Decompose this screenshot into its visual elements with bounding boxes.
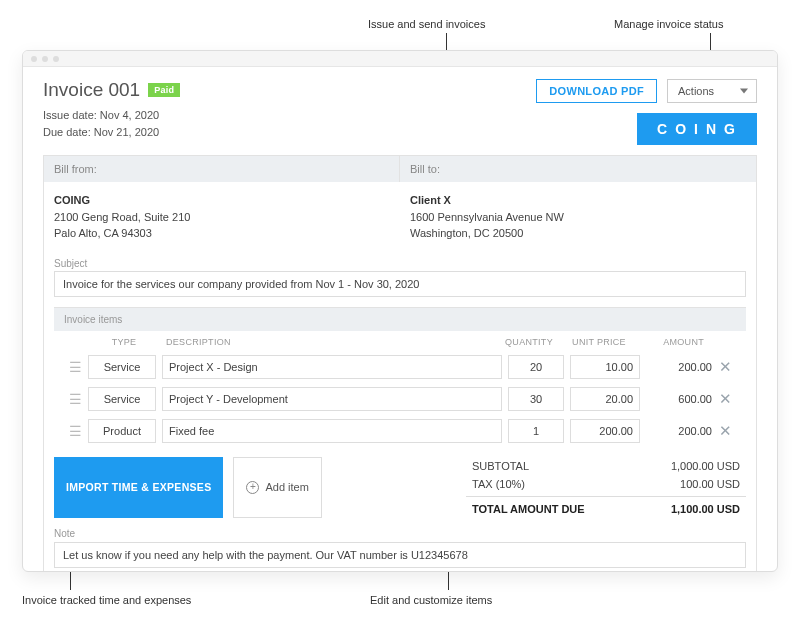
item-quantity-input[interactable] [508,355,564,379]
bill-to-name: Client X [410,194,451,206]
add-item-label: Add item [265,481,308,493]
annotation-manage-status: Manage invoice status [614,18,723,30]
subtotal-value: 1,000.00 USD [671,460,740,472]
due-date: Due date: Nov 21, 2020 [43,124,180,141]
tax-label: TAX (10%) [472,478,525,490]
issue-date: Issue date: Nov 4, 2020 [43,107,180,124]
bill-to-line2: Washington, DC 20500 [410,227,523,239]
item-price-input[interactable] [570,419,640,443]
item-description-input[interactable] [162,419,502,443]
subject-input[interactable] [54,271,746,297]
total-due-value: 1,100.00 USD [671,503,740,515]
traffic-light [42,56,48,62]
add-item-button[interactable]: + Add item [233,457,321,518]
invoice-item-row: ☰600.00✕ [54,383,746,415]
item-amount: 200.00 [646,425,712,437]
app-window: Invoice 001 Paid Issue date: Nov 4, 2020… [22,50,778,572]
annotation-edit-items: Edit and customize items [370,594,492,606]
invoice-item-row: ☰200.00✕ [54,351,746,383]
brand-logo: COING [637,113,757,145]
invoice-items-header: Invoice items [54,308,746,331]
tax-value: 100.00 USD [680,478,740,490]
item-type-input[interactable] [88,355,156,379]
window-titlebar [23,51,777,67]
bill-from-label: Bill from: [44,156,400,182]
delete-item-icon[interactable]: ✕ [712,390,738,408]
download-pdf-button[interactable]: DOWNLOAD PDF [536,79,657,103]
col-type: TYPE [88,337,160,347]
item-price-input[interactable] [570,355,640,379]
item-type-input[interactable] [88,419,156,443]
drag-handle-icon[interactable]: ☰ [62,423,88,439]
traffic-light [31,56,37,62]
note-input[interactable] [54,542,746,568]
bill-from-line1: 2100 Geng Road, Suite 210 [54,211,190,223]
subject-label: Subject [44,254,756,271]
col-description: DESCRIPTION [160,337,498,347]
total-due-label: TOTAL AMOUNT DUE [472,503,585,515]
note-label: Note [54,528,756,539]
item-amount: 200.00 [646,361,712,373]
bill-from-name: COING [54,194,90,206]
drag-handle-icon[interactable]: ☰ [62,391,88,407]
delete-item-icon[interactable]: ✕ [712,358,738,376]
traffic-light [53,56,59,62]
annotation-issue-send: Issue and send invoices [368,18,485,30]
item-price-input[interactable] [570,387,640,411]
bill-from-line2: Palo Alto, CA 94303 [54,227,152,239]
actions-dropdown[interactable]: Actions [667,79,757,103]
invoice-title: Invoice 001 [43,79,140,101]
col-quantity: QUANTITY [498,337,560,347]
annotation-invoice-tracked: Invoice tracked time and expenses [22,594,191,606]
plus-circle-icon: + [246,481,259,494]
bill-to-line1: 1600 Pennsylvania Avenue NW [410,211,564,223]
item-type-input[interactable] [88,387,156,411]
item-quantity-input[interactable] [508,387,564,411]
subtotal-label: SUBTOTAL [472,460,529,472]
status-badge: Paid [148,83,180,97]
bill-to-label: Bill to: [400,156,756,182]
item-description-input[interactable] [162,387,502,411]
item-quantity-input[interactable] [508,419,564,443]
item-description-input[interactable] [162,355,502,379]
drag-handle-icon[interactable]: ☰ [62,359,88,375]
col-unit-price: UNIT PRICE [560,337,638,347]
bill-panel: Bill from: Bill to: COING 2100 Geng Road… [43,155,757,572]
col-amount: AMOUNT [638,337,708,347]
import-time-expenses-button[interactable]: IMPORT TIME & EXPENSES [54,457,223,518]
invoice-item-row: ☰200.00✕ [54,415,746,447]
item-amount: 600.00 [646,393,712,405]
delete-item-icon[interactable]: ✕ [712,422,738,440]
